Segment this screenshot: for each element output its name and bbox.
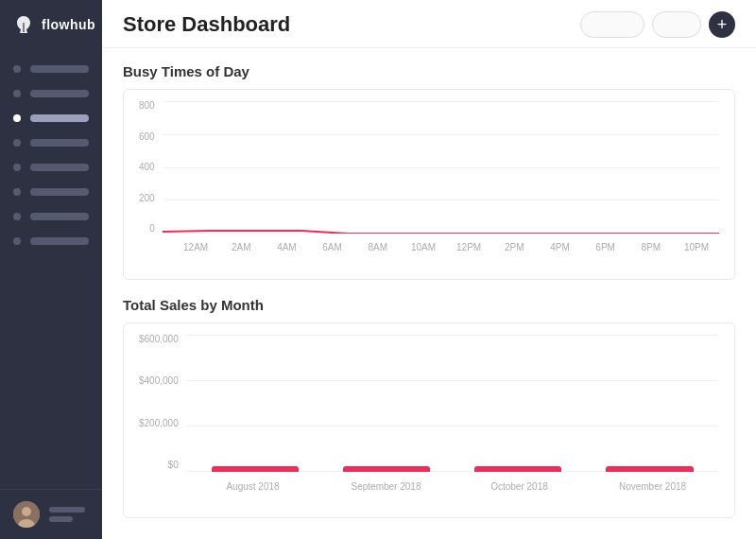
y-label-400: 400 [139,163,155,172]
y-label-600k: $600,000 [139,335,179,344]
busy-times-line-svg [163,101,719,234]
bar-group-august [190,335,321,472]
x-label-september: September 2018 [319,481,453,492]
header-controls: + [580,11,735,38]
sidebar-dot-6 [13,188,21,196]
sidebar-dot-2 [13,90,21,97]
sidebar-item-4[interactable] [0,130,102,155]
total-sales-chart-box: $600,000 $400,000 $200,000 $0 [123,322,735,518]
page-header: Store Dashboard + [102,0,756,48]
sidebar-footer [0,489,102,539]
x-label-october: October 2018 [453,481,586,492]
sidebar-item-bar-8 [30,237,89,245]
y-label-0k: $0 [139,461,179,470]
dashboard-content: Busy Times of Day 800 600 400 200 0 [102,48,756,539]
busy-times-x-axis: 12AM 2AM 4AM 6AM 8AM 10AM 12PM 2PM 4PM 6… [139,242,719,252]
x-label-6pm: 6PM [583,242,628,252]
y-label-400k: $400,000 [139,376,179,386]
sidebar-item-bar-2 [30,90,89,97]
x-label-12am: 12AM [173,242,218,252]
x-label-2am: 2AM [218,242,264,252]
x-label-6am: 6AM [310,242,355,252]
sidebar-dot-1 [13,65,21,73]
sidebar-item-5[interactable] [0,155,102,180]
sidebar-item-bar-6 [30,188,89,196]
x-label-2pm: 2PM [491,242,537,252]
y-label-200k: $200,000 [139,419,179,428]
x-label-november: November 2018 [586,481,719,492]
sidebar-dot-7 [13,213,21,220]
page-title: Store Dashboard [123,12,290,37]
sidebar: flowhub [0,0,102,539]
busy-times-y-axis: 800 600 400 200 0 [139,101,155,234]
sidebar-item-6[interactable] [0,180,102,204]
footer-user-info [49,507,89,522]
svg-point-1 [22,507,31,516]
main-content-area: Store Dashboard + Busy Times of Day 800 … [102,0,756,539]
sidebar-item-3[interactable] [0,106,102,130]
sidebar-item-2[interactable] [0,81,102,106]
bar-september [343,466,430,472]
bar-group-september [321,335,453,472]
sales-y-axis: $600,000 $400,000 $200,000 $0 [139,335,179,472]
sidebar-item-bar-4 [30,139,89,147]
sidebar-dot-8 [13,237,21,245]
y-label-800: 800 [139,101,155,111]
bar-november [606,466,693,472]
sidebar-item-bar-5 [30,164,89,171]
sidebar-dot-3 [13,114,21,122]
sidebar-item-1[interactable] [0,57,102,81]
y-label-600: 600 [139,132,155,142]
x-label-august: August 2018 [186,481,319,492]
sidebar-item-bar-7 [30,213,89,220]
sales-x-axis: August 2018 September 2018 October 2018 … [139,481,719,492]
x-label-8pm: 8PM [628,242,674,252]
flowhub-logo-icon [13,14,34,35]
filter-pill-2[interactable] [652,11,701,38]
busy-times-chart-area [163,101,719,234]
x-label-12pm: 12PM [446,242,491,252]
sidebar-navigation [0,49,102,489]
avatar[interactable] [13,501,40,528]
x-label-10pm: 10PM [674,242,719,252]
total-sales-section: Total Sales by Month $600,000 $400,000 $… [123,297,735,518]
total-sales-title: Total Sales by Month [123,297,735,313]
sales-chart-area [186,335,719,472]
bar-group-october [453,335,584,472]
x-label-4am: 4AM [264,242,309,252]
filter-pill-1[interactable] [580,11,644,38]
y-label-200: 200 [139,194,155,203]
busy-times-section: Busy Times of Day 800 600 400 200 0 [123,63,735,280]
x-label-4pm: 4PM [537,242,582,252]
bar-august [212,466,299,472]
x-label-8am: 8AM [355,242,401,252]
sidebar-item-bar-1 [30,65,89,73]
sidebar-dot-5 [13,164,21,171]
busy-times-chart-box: 800 600 400 200 0 [123,89,735,280]
busy-times-chart: 800 600 400 200 0 [139,101,719,271]
y-label-0: 0 [139,224,155,234]
busy-times-title: Busy Times of Day [123,63,735,79]
sidebar-item-7[interactable] [0,204,102,229]
sidebar-dot-4 [13,139,21,147]
x-label-10am: 10AM [401,242,446,252]
bar-groups [186,335,719,472]
sidebar-logo[interactable]: flowhub [0,0,102,49]
bar-group-november [584,335,715,472]
sidebar-item-bar-3 [30,114,89,122]
bar-october [474,466,561,472]
footer-line-role [49,516,73,522]
total-sales-chart: $600,000 $400,000 $200,000 $0 [139,335,719,510]
sidebar-logo-text: flowhub [42,17,95,32]
add-button[interactable]: + [709,11,735,38]
avatar-image [13,501,40,528]
footer-line-name [49,507,85,513]
sidebar-item-8[interactable] [0,229,102,253]
